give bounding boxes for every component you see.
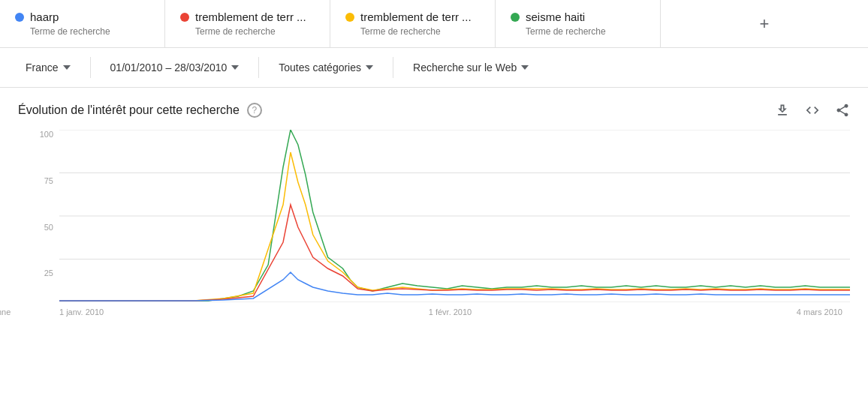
share-button[interactable] bbox=[835, 103, 850, 118]
chart-section: Évolution de l'intérêt pour cette recher… bbox=[0, 88, 868, 345]
category-chevron-icon bbox=[366, 65, 373, 70]
date-label: 01/01/2010 – 28/03/2010 bbox=[110, 62, 228, 74]
term-name-tremblement1: tremblement de terr ... bbox=[195, 10, 306, 23]
search-term-haarp[interactable]: haarp Terme de recherche bbox=[0, 0, 165, 47]
chart-actions bbox=[775, 103, 850, 118]
region-filter[interactable]: France bbox=[15, 57, 81, 78]
dot-tremblement2 bbox=[345, 13, 354, 22]
filter-bar: France 01/01/2010 – 28/03/2010 Toutes ca… bbox=[0, 48, 868, 88]
x-label-janv: 1 janv. 2010 bbox=[59, 308, 104, 316]
region-label: France bbox=[26, 62, 59, 74]
term-name-seisme-haiti: seisme haiti bbox=[526, 10, 585, 23]
date-chevron-icon bbox=[231, 65, 239, 70]
filter-separator-1 bbox=[90, 57, 91, 78]
filter-separator-2 bbox=[258, 57, 259, 78]
filter-separator-3 bbox=[393, 57, 393, 78]
y-label-50: 50 bbox=[44, 223, 53, 232]
chart-title-area: Évolution de l'intérêt pour cette recher… bbox=[18, 103, 262, 118]
term-label-tremblement1: Terme de recherche bbox=[180, 26, 315, 37]
term-name-tremblement2: tremblement de terr ... bbox=[360, 10, 472, 23]
y-label-75: 75 bbox=[44, 176, 53, 185]
search-type-label: Recherche sur le Web bbox=[413, 62, 517, 74]
y-label-25: 25 bbox=[44, 268, 53, 278]
dot-tremblement1 bbox=[180, 13, 189, 22]
category-filter[interactable]: Toutes catégories bbox=[268, 57, 384, 78]
region-chevron-icon bbox=[63, 65, 71, 70]
dot-seisme-haiti bbox=[511, 13, 520, 22]
search-term-seisme-haiti[interactable]: seisme haiti Terme de recherche bbox=[496, 0, 661, 47]
search-type-filter[interactable]: Recherche sur le Web bbox=[402, 57, 539, 78]
chart-svg bbox=[59, 130, 850, 302]
search-term-tremblement1[interactable]: tremblement de terr ... Terme de recherc… bbox=[165, 0, 330, 47]
term-label-seisme-haiti: Terme de recherche bbox=[511, 26, 645, 37]
embed-button[interactable] bbox=[805, 103, 820, 118]
x-label-fevr: 1 févr. 2010 bbox=[429, 308, 472, 316]
add-term-button[interactable]: + bbox=[661, 0, 868, 47]
moyenne-label: Moyenne bbox=[0, 308, 11, 316]
chart-wrapper: 100 75 50 25 1 janv. bbox=[18, 130, 850, 338]
term-name-haarp: haarp bbox=[30, 10, 59, 23]
dot-haarp bbox=[15, 13, 24, 22]
term-label-tremblement2: Terme de recherche bbox=[345, 26, 480, 37]
y-axis: 100 75 50 25 bbox=[18, 130, 59, 315]
search-terms-bar: haarp Terme de recherche tremblement de … bbox=[0, 0, 868, 48]
category-label: Toutes catégories bbox=[279, 62, 361, 74]
term-label-haarp: Terme de recherche bbox=[15, 26, 149, 37]
x-axis: 1 janv. 2010 1 févr. 2010 4 mars 2010 bbox=[59, 308, 850, 316]
date-filter[interactable]: 01/01/2010 – 28/03/2010 bbox=[100, 57, 250, 78]
y-label-100: 100 bbox=[40, 130, 53, 139]
download-button[interactable] bbox=[775, 103, 790, 118]
help-icon[interactable]: ? bbox=[247, 103, 262, 118]
chart-title: Évolution de l'intérêt pour cette recher… bbox=[18, 104, 240, 117]
chart-header: Évolution de l'intérêt pour cette recher… bbox=[18, 103, 850, 118]
search-type-chevron-icon bbox=[521, 65, 529, 70]
search-term-tremblement2[interactable]: tremblement de terr ... Terme de recherc… bbox=[330, 0, 496, 47]
x-label-mars: 4 mars 2010 bbox=[797, 308, 842, 316]
